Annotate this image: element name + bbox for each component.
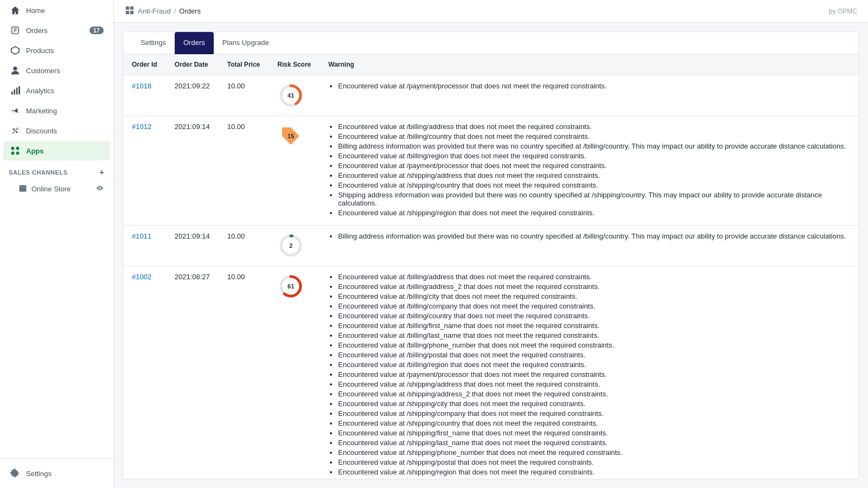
warning-list: Encountered value at /billing/address th… bbox=[328, 123, 850, 217]
tab-settings[interactable]: Settings bbox=[132, 32, 175, 54]
channel-label: Online Store bbox=[31, 185, 71, 193]
order-id-link[interactable]: #1011 bbox=[132, 232, 151, 240]
svg-rect-20 bbox=[130, 11, 133, 14]
sidebar-item-home[interactable]: Home bbox=[3, 1, 110, 20]
warning-item: Encountered value at /shipping/country t… bbox=[338, 419, 850, 427]
cell-warning: Billing address information was provided… bbox=[320, 226, 859, 266]
risk-score-value: 41 bbox=[288, 92, 294, 99]
warning-item: Billing address information was provided… bbox=[338, 232, 850, 240]
sidebar-item-analytics[interactable]: Analytics bbox=[3, 81, 110, 100]
svg-rect-16 bbox=[20, 187, 27, 191]
orders-table-container: Order IdOrder DateTotal PriceRisk ScoreW… bbox=[123, 54, 859, 479]
warning-item: Encountered value at /shipping/first_nam… bbox=[338, 429, 850, 437]
cell-total-price: 10.00 bbox=[219, 116, 269, 226]
sidebar-label-discounts: Discounts bbox=[26, 127, 57, 135]
svg-point-9 bbox=[13, 129, 15, 131]
warning-item: Encountered value at /billing/city that … bbox=[338, 292, 850, 300]
svg-rect-19 bbox=[126, 11, 129, 14]
svg-point-4 bbox=[13, 67, 17, 70]
sidebar-badge-orders: 17 bbox=[90, 27, 104, 34]
cell-warning: Encountered value at /billing/address th… bbox=[320, 266, 859, 480]
sidebar-item-products[interactable]: Products bbox=[3, 41, 110, 60]
table-row: #10022021:08:2710.00 61 Encountered valu… bbox=[123, 266, 859, 480]
risk-score-display: 41 bbox=[277, 82, 304, 109]
sidebar-item-settings[interactable]: Settings bbox=[3, 464, 110, 483]
breadcrumb-app: Anti-Fraud bbox=[138, 7, 171, 15]
sidebar-item-customers[interactable]: Customers bbox=[3, 61, 110, 80]
svg-rect-13 bbox=[16, 147, 19, 150]
sidebar-label-products: Products bbox=[26, 47, 54, 55]
cell-order-id: #1011 bbox=[123, 226, 166, 266]
warning-item: Encountered value at /billing/country th… bbox=[338, 132, 850, 140]
svg-rect-14 bbox=[11, 152, 14, 155]
sidebar-label-marketing: Marketing bbox=[26, 107, 57, 115]
table-row: #10182021:09:2210.00 41 Encountered valu… bbox=[123, 75, 859, 116]
sidebar-bottom: Settings bbox=[0, 458, 113, 488]
warning-item: Encountered value at /shipping/address t… bbox=[338, 171, 850, 179]
apps-icon bbox=[10, 145, 21, 156]
order-id-link[interactable]: #1018 bbox=[132, 82, 151, 90]
warning-item: Encountered value at /billing/postal tha… bbox=[338, 351, 850, 359]
tab-plans-upgrade[interactable]: Plans Upgrade bbox=[214, 32, 278, 54]
warning-item: Encountered value at /billing/address th… bbox=[338, 273, 850, 281]
cell-risk-score: 15 bbox=[269, 116, 320, 226]
cell-risk-score: 61 bbox=[269, 266, 320, 480]
risk-score-value: 2 bbox=[289, 242, 292, 249]
sidebar-item-apps[interactable]: Apps bbox=[3, 141, 110, 160]
cell-risk-score: 41 bbox=[269, 75, 320, 116]
orders-icon bbox=[10, 25, 21, 36]
products-icon bbox=[10, 45, 21, 56]
sidebar-label-home: Home bbox=[26, 7, 45, 15]
sidebar: HomeOrders17ProductsCustomersAnalyticsMa… bbox=[0, 0, 114, 488]
cell-warning: Encountered value at /billing/address th… bbox=[320, 116, 859, 226]
svg-rect-17 bbox=[126, 7, 129, 10]
sidebar-item-marketing[interactable]: Marketing bbox=[3, 101, 110, 120]
order-id-link[interactable]: #1002 bbox=[132, 273, 151, 281]
channel-visibility-icon[interactable] bbox=[96, 184, 104, 194]
warning-item: Encountered value at /billing/company th… bbox=[338, 302, 850, 310]
sidebar-channels: Online Store bbox=[0, 179, 113, 198]
warning-item: Encountered value at /billing/last_name … bbox=[338, 331, 850, 339]
sidebar-channel-online-store[interactable]: Online Store bbox=[3, 180, 110, 198]
order-id-link[interactable]: #1012 bbox=[132, 123, 151, 131]
sales-channels-section: SALES CHANNELS + bbox=[0, 161, 113, 179]
cell-order-id: #1018 bbox=[123, 75, 166, 116]
cell-warning: Encountered value at /payment/processor … bbox=[320, 75, 859, 116]
column-header-order-date: Order Date bbox=[166, 54, 219, 75]
warning-item: Encountered value at /billing/address th… bbox=[338, 123, 850, 131]
breadcrumb-separator: / bbox=[174, 7, 176, 15]
warning-item: Encountered value at /billing/first_name… bbox=[338, 322, 850, 330]
cell-order-date: 2021:08:27 bbox=[166, 266, 219, 480]
sidebar-item-discounts[interactable]: Discounts bbox=[3, 121, 110, 140]
risk-score-display: 61 bbox=[277, 273, 304, 300]
warning-list: Encountered value at /billing/address th… bbox=[328, 273, 850, 476]
cell-total-price: 10.00 bbox=[219, 266, 269, 480]
sidebar-label-orders: Orders bbox=[26, 27, 48, 35]
warning-item: Encountered value at /shipping/region th… bbox=[338, 209, 850, 217]
svg-rect-7 bbox=[16, 88, 18, 95]
svg-point-10 bbox=[16, 131, 18, 133]
by-opmc-label: by OPMC bbox=[829, 8, 857, 15]
add-sales-channel-button[interactable]: + bbox=[99, 168, 105, 177]
cell-order-date: 2021:09:14 bbox=[166, 116, 219, 226]
column-header-order-id: Order Id bbox=[123, 54, 166, 75]
column-header-total-price: Total Price bbox=[219, 54, 269, 75]
cell-order-id: #1012 bbox=[123, 116, 166, 226]
sidebar-item-orders[interactable]: Orders17 bbox=[3, 21, 110, 40]
settings-icon bbox=[10, 468, 21, 479]
content-card: SettingsOrdersPlans Upgrade Order IdOrde… bbox=[123, 31, 859, 479]
analytics-icon bbox=[10, 85, 21, 96]
cell-order-date: 2021:09:14 bbox=[166, 226, 219, 266]
svg-rect-6 bbox=[14, 89, 15, 94]
risk-score-value: 61 bbox=[288, 283, 294, 290]
top-bar: Anti-Fraud / Orders by OPMC bbox=[114, 0, 868, 23]
warning-item: Encountered value at /billing/region tha… bbox=[338, 361, 850, 369]
breadcrumb: Anti-Fraud / Orders bbox=[125, 5, 201, 17]
risk-score-display: 15 bbox=[277, 123, 304, 150]
table-row: #10112021:09:1410.00 2 Billing address i… bbox=[123, 226, 859, 266]
tab-orders[interactable]: Orders bbox=[175, 32, 214, 54]
cell-total-price: 10.00 bbox=[219, 75, 269, 116]
warning-item: Encountered value at /shipping/last_name… bbox=[338, 439, 850, 447]
breadcrumb-current: Orders bbox=[179, 7, 201, 15]
column-header-warning: Warning bbox=[320, 54, 859, 75]
